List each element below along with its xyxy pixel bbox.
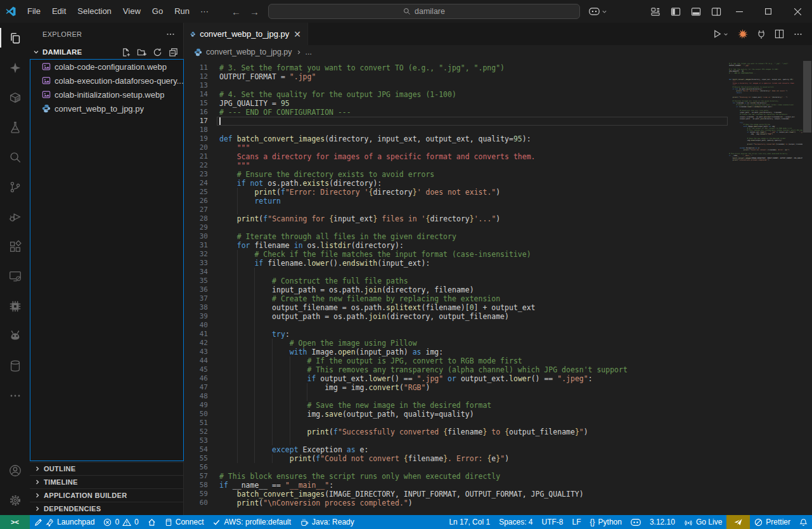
code-line-19[interactable]: 19def batch_convert_images(directory, in… [184,134,729,143]
code-line-31[interactable]: 31 for filename in os.listdir(directory)… [184,241,729,250]
language-mode-item[interactable]: {}Python [586,515,626,529]
copilot-button[interactable] [589,7,607,16]
code-line-12[interactable]: 12OUTPUT_FORMAT = ".jpg" [184,72,729,81]
code-line-49[interactable]: 49 # Save the new image in the desired f… [184,401,729,410]
pane-outline[interactable]: OUTLINE [30,462,184,475]
code-line-44[interactable]: 44 # If the output is JPG, convert to RG… [184,356,729,365]
file-item[interactable]: colab-code-configuration.webp [30,60,183,74]
code-line-29[interactable]: 29 [184,223,729,232]
breadcrumb[interactable]: convert_webp_to_jpg.py ... [184,45,812,59]
editor-scrollbar[interactable] [802,61,812,515]
file-item[interactable]: convert_webp_to_jpg.py [30,101,183,115]
code-line-37[interactable]: 37 # Create the new filename by replacin… [184,294,729,303]
code-line-47[interactable]: 47 img = img.convert("RGB") [184,383,729,392]
code-line-55[interactable]: 55 print(f"Could not convert {filename}.… [184,454,729,463]
extensions-icon[interactable] [0,232,30,261]
menu-view[interactable]: View [117,4,146,19]
refresh-icon[interactable] [153,48,162,57]
aws-profile-item[interactable]: AWS: profile:default [208,515,295,529]
code-line-23[interactable]: 23 # Ensure the directory exists to avoi… [184,170,729,179]
close-button[interactable] [783,0,812,23]
search-input[interactable]: damilare [268,4,580,19]
file-item[interactable]: colab-execution-dataforseo-query.... [30,74,183,88]
menu-selection[interactable]: Selection [72,4,117,19]
split-editor-icon[interactable] [775,29,784,39]
robot-icon[interactable] [0,321,30,351]
collapse-folders-icon[interactable] [169,48,178,57]
breadcrumb-file[interactable]: convert_webp_to_jpg.py [206,48,292,56]
pane-application-builder[interactable]: APPLICATION BUILDER [30,488,184,502]
code-line-22[interactable]: 22 """ [184,161,729,170]
code-line-17[interactable]: 17 [184,117,729,126]
code-line-56[interactable]: 56 [184,463,729,472]
testing-flask-icon[interactable] [0,112,30,142]
pane-dependencies[interactable]: DEPENDENCIES [30,502,184,515]
code-line-58[interactable]: 58if __name__ == "__main__": [184,481,729,490]
code-line-34[interactable]: 34 [184,268,729,277]
tab-convert-webp-to-jpg[interactable]: convert_webp_to_jpg.py ✕ [184,23,308,45]
menu-go[interactable]: Go [146,4,169,19]
explorer-more-icon[interactable] [165,29,176,39]
toggle-primary-sidebar-icon[interactable] [671,7,681,16]
menu-edit[interactable]: Edit [46,4,72,19]
maximize-button[interactable] [754,0,783,23]
code-line-39[interactable]: 39 output_path = os.path.join(directory,… [184,312,729,321]
code-line-46[interactable]: 46 if output_ext.lower() == ".jpg" or ou… [184,374,729,383]
encoding-item[interactable]: UTF-8 [538,515,568,529]
new-file-icon[interactable] [121,48,131,57]
database-icon[interactable] [0,351,30,381]
settings-gear-icon[interactable] [0,485,30,515]
code-line-32[interactable]: 32 # Check if the file matches the input… [184,250,729,259]
cursor-position-item[interactable]: Ln 17, Col 1 [444,515,494,529]
remote-explorer-icon[interactable] [0,261,30,291]
code-line-30[interactable]: 30 # Iterate through all files in the gi… [184,232,729,241]
hardware-chip-icon[interactable] [0,291,30,321]
code-line-28[interactable]: 28 print(f"Scanning for {input_ext} file… [184,214,729,223]
tab-close-icon[interactable]: ✕ [293,29,301,39]
more-actions-icon[interactable] [0,381,30,410]
indentation-item[interactable]: Spaces: 4 [494,515,537,529]
plug-icon[interactable] [757,29,766,39]
code-line-59[interactable]: 59 batch_convert_images(IMAGE_DIRECTORY,… [184,490,729,499]
python-version-item[interactable]: 3.12.10 [645,515,680,529]
connect-item[interactable]: Connect [160,515,209,529]
customize-layout-icon[interactable] [651,7,661,16]
code-editor[interactable]: 11# 3. Set the format you want to conver… [184,61,729,515]
menu-file[interactable]: File [22,4,46,19]
minimap[interactable]: # 3. Set the format you want to convert … [729,61,802,515]
code-line-54[interactable]: 54 except Exception as e: [184,445,729,454]
folder-section-header[interactable]: DAMILARE [30,45,183,59]
pane-timeline[interactable]: TIMELINE [30,475,184,488]
extension-starburst-icon[interactable] [737,29,748,39]
toggle-secondary-sidebar-icon[interactable] [711,7,721,16]
copilot-sparkle-icon[interactable] [0,53,30,82]
code-line-20[interactable]: 20 """ [184,143,729,152]
more-actions-icon[interactable] [793,29,803,39]
code-line-13[interactable]: 13 [184,81,729,90]
code-line-57[interactable]: 57# This block ensures the script runs o… [184,472,729,481]
breadcrumb-more[interactable]: ... [306,48,312,56]
code-line-24[interactable]: 24 if not os.path.exists(directory): [184,179,729,188]
explorer-icon[interactable] [0,23,30,53]
file-item[interactable]: colab-initialization-setup.webp [30,88,183,101]
code-line-33[interactable]: 33 if filename.lower().endswith(input_ex… [184,259,729,268]
code-line-41[interactable]: 41 try: [184,330,729,339]
code-line-36[interactable]: 36 input_path = os.path.join(directory, … [184,285,729,294]
code-line-51[interactable]: 51 [184,419,729,428]
nav-back-icon[interactable]: ← [231,6,241,17]
code-line-60[interactable]: 60 print("\nConversion process completed… [184,499,729,507]
vscode-logo-icon[interactable] [0,6,22,17]
account-icon[interactable] [0,455,30,485]
nav-forward-icon[interactable]: → [250,6,259,17]
eol-item[interactable]: LF [568,515,586,529]
prettier-item[interactable]: Prettier [750,515,795,529]
code-line-26[interactable]: 26 return [184,197,729,206]
paper-plane-disabled-item[interactable] [726,515,750,529]
code-line-43[interactable]: 43 with Image.open(input_path) as img: [184,348,729,356]
code-line-11[interactable]: 11# 3. Set the format you want to conver… [184,63,729,72]
minimize-button[interactable] [725,0,754,23]
code-line-38[interactable]: 38 output_filename = os.path.splitext(fi… [184,303,729,312]
menu-run[interactable]: Run [169,4,195,19]
problems-item[interactable]: 0 0 [99,515,143,529]
code-line-15[interactable]: 15JPG_QUALITY = 95 [184,99,729,108]
